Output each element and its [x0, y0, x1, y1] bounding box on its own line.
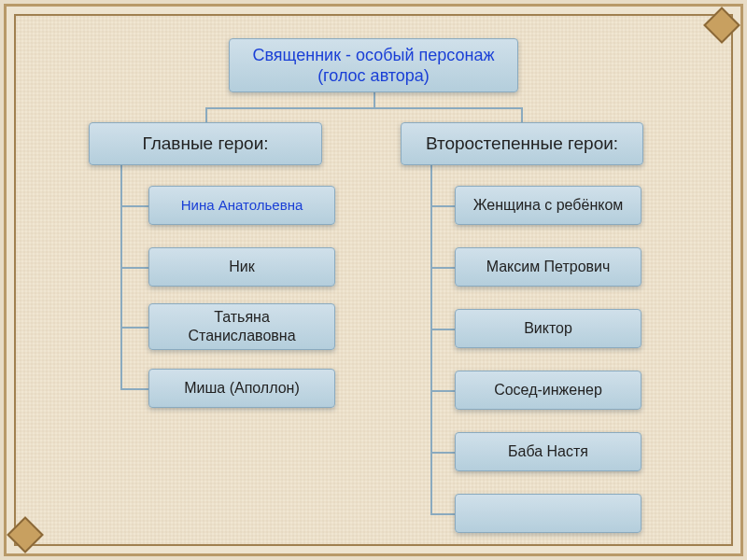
connector [120, 327, 148, 329]
secondary-hero-node [455, 494, 641, 533]
main-hero-label-2: Станиславовна [188, 327, 295, 345]
root-node: Священник - особый персонаж (голос автор… [229, 38, 518, 92]
secondary-hero-label: Баба Настя [508, 442, 588, 461]
connector [521, 107, 523, 122]
secondary-hero-label: Сосед-инженер [494, 381, 602, 399]
main-hero-label: Миша (Аполлон) [184, 379, 300, 398]
secondary-hero-node: Сосед-инженер [455, 371, 641, 410]
main-hero-node: Ник [148, 247, 335, 287]
connector [430, 165, 432, 514]
inner-frame: Священник - особый персонаж (голос автор… [14, 14, 733, 546]
connector [205, 107, 523, 109]
category-secondary-title: Второстепенные герои: [426, 133, 618, 155]
connector [430, 390, 455, 392]
root-line2: (голос автора) [317, 65, 430, 87]
root-line1: Священник - особый персонаж [252, 45, 494, 66]
connector [430, 205, 455, 207]
secondary-hero-label: Женщина с ребёнком [473, 196, 624, 215]
connector [430, 452, 455, 454]
connector [120, 388, 148, 390]
secondary-hero-node: Максим Петрович [455, 247, 641, 287]
main-hero-label: Татьяна [214, 308, 270, 327]
connector [120, 165, 122, 389]
connector [120, 205, 148, 207]
hierarchy-diagram: Священник - особый персонаж (голос автор… [16, 25, 731, 544]
connector [430, 267, 455, 269]
secondary-hero-node: Баба Настя [455, 432, 641, 471]
connector [120, 267, 148, 269]
main-hero-label: Ник [229, 258, 255, 276]
category-main-heroes: Главные герои: [89, 122, 322, 165]
connector [205, 107, 207, 122]
outer-frame: Священник - особый персонаж (голос автор… [4, 4, 743, 556]
secondary-hero-node: Женщина с ребёнком [455, 186, 641, 225]
secondary-hero-node: Виктор [455, 309, 641, 348]
category-main-title: Главные герои: [142, 133, 268, 155]
main-hero-node: Нина Анатольевна [148, 186, 335, 225]
main-hero-label: Нина Анатольевна [181, 197, 303, 215]
secondary-hero-label: Максим Петрович [486, 258, 611, 276]
connector [430, 329, 455, 330]
secondary-hero-label: Виктор [524, 319, 572, 338]
main-hero-node: Миша (Аполлон) [148, 369, 335, 408]
category-secondary-heroes: Второстепенные герои: [401, 122, 643, 165]
connector [430, 513, 455, 515]
main-hero-node: Татьяна Станиславовна [148, 303, 335, 350]
